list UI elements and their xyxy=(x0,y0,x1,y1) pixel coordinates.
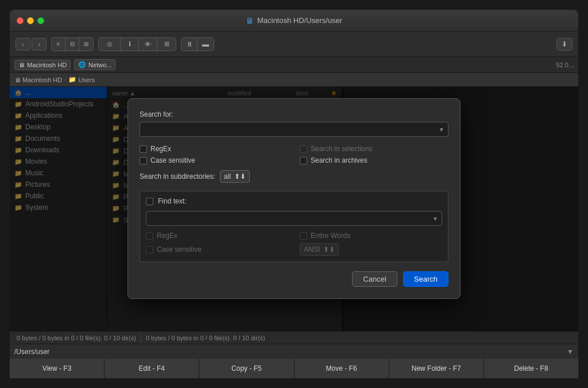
find-encoding-select[interactable]: ANSI ⬆⬇ xyxy=(300,243,339,256)
find-case-label: Case sensitive xyxy=(157,245,202,253)
title-bar: 🖥 Macintosh HD/Users/user xyxy=(10,10,578,32)
subdirectory-row: Search in subdirectories: all ⬆⬇ xyxy=(140,170,448,183)
regex-checkbox-row[interactable]: RegEx xyxy=(140,145,288,153)
status-bar: 0 bytes / 0 bytes in 0 / 0 file(s). 0 / … xyxy=(10,331,578,344)
dialog-buttons: Cancel Search xyxy=(140,271,448,287)
fn-delete[interactable]: Delete - F8 xyxy=(484,359,578,378)
find-regex-checkbox[interactable] xyxy=(146,232,153,240)
nav-group: ‹ › xyxy=(16,38,47,51)
find-case-row[interactable]: Case sensitive xyxy=(146,243,288,256)
find-text-input[interactable]: ▼ xyxy=(146,211,442,226)
macintosh-icon: 🖥 xyxy=(18,62,25,68)
search-for-section: Search for: ▼ xyxy=(140,110,448,137)
info-button[interactable]: ℹ xyxy=(121,38,139,51)
toolbar: ‹ › ≡ ⊟ ⊞ ◎ ℹ 👁 ⊞ ⏸ ▬ ⬇ xyxy=(10,32,578,57)
search-button[interactable]: Search xyxy=(403,271,448,287)
find-text-header: Find text: xyxy=(146,197,442,205)
back-button[interactable]: ‹ xyxy=(16,38,30,51)
find-regex-label: RegEx xyxy=(157,232,177,240)
search-for-input[interactable]: ▼ xyxy=(140,122,448,137)
find-text-section: Find text: ▼ RegEx Entire Words xyxy=(140,191,448,262)
find-entire-words-row[interactable]: Entire Words xyxy=(300,232,442,240)
location-bar: 🖥 Macintosh HD 🌐 Netwo... 52.0... xyxy=(10,57,578,73)
status-divider xyxy=(141,334,141,342)
path-macintosh[interactable]: 🖥 Macintosh HD xyxy=(14,76,62,83)
view-group: ≡ ⊟ ⊞ xyxy=(51,37,94,51)
fn-edit[interactable]: Edit - F4 xyxy=(105,359,199,378)
path-users-icon: 📁 xyxy=(68,76,76,83)
window-icon: 🖥 xyxy=(246,16,254,25)
current-path: /Users/user xyxy=(14,348,564,356)
search-dialog: Search for: ▼ RegEx Search in selections xyxy=(127,98,461,299)
pause-button[interactable]: ⏸ xyxy=(181,38,198,51)
window-chrome: 🖥 Macintosh HD/Users/user ‹ › ≡ ⊟ ⊞ ◎ ℹ … xyxy=(9,9,579,379)
location-item-macintosh[interactable]: 🖥 Macintosh HD xyxy=(14,60,71,70)
path-button[interactable]: ▬ xyxy=(198,38,214,51)
search-in-selections-checkbox[interactable] xyxy=(300,145,307,153)
find-encoding-row[interactable]: ANSI ⬆⬇ xyxy=(300,243,442,256)
forward-button[interactable]: › xyxy=(32,38,47,51)
fn-move[interactable]: Move - F6 xyxy=(295,359,389,378)
preview-button[interactable]: 👁 xyxy=(139,38,157,51)
close-button[interactable] xyxy=(17,17,24,24)
status-right: 0 bytes / 0 bytes in 0 / 0 file(s). 0 / … xyxy=(146,335,265,341)
search-options-checkboxes: RegEx Search in selections Case sensitiv… xyxy=(140,145,448,164)
traffic-lights xyxy=(17,17,44,24)
location-item-network[interactable]: 🌐 Netwo... xyxy=(74,59,115,70)
search-for-label: Search for: xyxy=(140,110,448,118)
path-users[interactable]: 📁 Users xyxy=(68,76,95,83)
toggle-button[interactable]: ◎ xyxy=(99,38,121,51)
find-options: RegEx Entire Words Case sensitive xyxy=(146,232,442,256)
window-frame: 🖥 Macintosh HD/Users/user ‹ › ≡ ⊟ ⊞ ◎ ℹ … xyxy=(0,0,588,388)
cancel-button[interactable]: Cancel xyxy=(352,271,397,287)
location-size: 52.0... xyxy=(556,62,574,68)
fn-copy[interactable]: Copy - F5 xyxy=(199,359,294,378)
case-sensitive-row[interactable]: Case sensitive xyxy=(140,156,288,164)
main-content: 🏠 ... 📁 AndroidStudioProjects 📁 Applicat… xyxy=(10,87,578,331)
case-sensitive-checkbox[interactable] xyxy=(140,157,147,164)
download-button[interactable]: ⬇ xyxy=(556,38,572,51)
find-text-label: Find text: xyxy=(158,197,186,205)
fn-new-folder[interactable]: New Folder - F7 xyxy=(389,359,484,378)
subdirectory-select[interactable]: all ⬆⬇ xyxy=(220,170,250,183)
search-in-archives-checkbox[interactable] xyxy=(300,157,307,164)
find-input-dropdown-icon: ▼ xyxy=(432,216,438,222)
subdirectory-dropdown-icon: ⬆⬇ xyxy=(234,172,246,180)
case-sensitive-label: Case sensitive xyxy=(150,156,195,164)
path-bottom-bar: /Users/user ▼ xyxy=(10,344,578,359)
network-icon: 🌐 xyxy=(78,61,86,68)
find-entire-words-checkbox[interactable] xyxy=(300,232,307,240)
search-in-archives-label: Search in archives xyxy=(311,156,368,164)
modal-overlay: Search for: ▼ RegEx Search in selections xyxy=(10,87,578,331)
regex-checkbox[interactable] xyxy=(140,145,147,153)
fn-view[interactable]: View - F3 xyxy=(10,359,105,378)
window-title: 🖥 Macintosh HD/Users/user xyxy=(246,16,342,25)
subdirectory-label: Search in subdirectories: xyxy=(140,172,215,180)
find-regex-row[interactable]: RegEx xyxy=(146,232,288,240)
encoding-dropdown-icon: ⬆⬇ xyxy=(323,245,335,253)
find-text-checkbox[interactable] xyxy=(146,198,153,205)
regex-label: RegEx xyxy=(150,145,171,153)
input-dropdown-icon: ▼ xyxy=(439,126,444,133)
find-entire-words-label: Entire Words xyxy=(311,232,350,240)
search-in-selections-label: Search in selections xyxy=(311,145,372,153)
view-icon-button[interactable]: ⊞ xyxy=(79,38,93,51)
search-in-selections-row[interactable]: Search in selections xyxy=(300,145,448,153)
path-bottom-arrow: ▼ xyxy=(567,348,574,356)
view-list-button[interactable]: ≡ xyxy=(52,38,65,51)
status-left: 0 bytes / 0 bytes in 0 / 0 file(s). 0 / … xyxy=(17,335,136,341)
path-bar: 🖥 Macintosh HD › 📁 Users xyxy=(10,73,578,87)
maximize-button[interactable] xyxy=(37,17,44,24)
search-in-archives-row[interactable]: Search in archives xyxy=(300,156,448,164)
fn-bar: View - F3 Edit - F4 Copy - F5 Move - F6 … xyxy=(10,359,578,378)
binoculars-button[interactable]: ⊞ xyxy=(157,38,176,51)
action-group-1: ◎ ℹ 👁 ⊞ xyxy=(98,37,176,51)
view-grid-button[interactable]: ⊟ xyxy=(65,38,79,51)
minimize-button[interactable] xyxy=(27,17,34,24)
find-case-checkbox[interactable] xyxy=(146,246,153,253)
path-macintosh-icon: 🖥 xyxy=(14,76,21,83)
action-group-2: ⏸ ▬ xyxy=(181,37,214,51)
path-arrow-1: › xyxy=(64,76,66,83)
